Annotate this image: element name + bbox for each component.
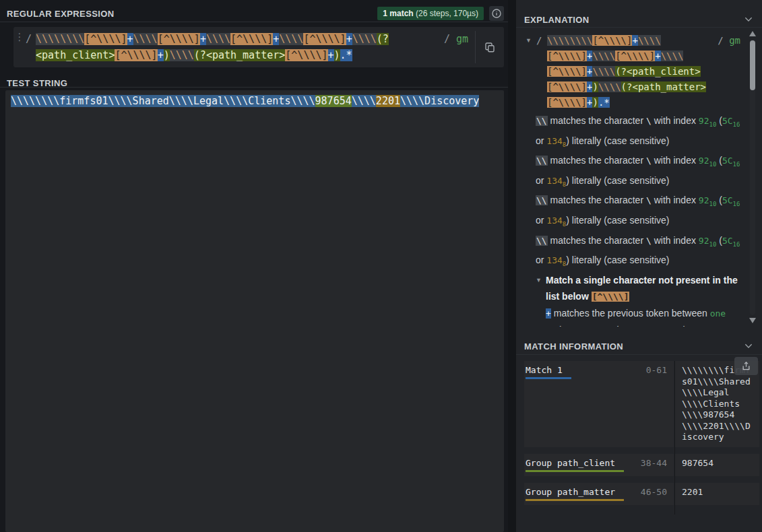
explanation-scrollbar[interactable] [749, 31, 757, 323]
regex-token-cls: [^\\\\] [285, 49, 327, 61]
drag-handle-icon[interactable]: ⋮ [13, 27, 26, 67]
test-string-content[interactable]: \\\\\\\\firmfs01\\\\Shared\\\\Legal\\\\C… [11, 95, 499, 108]
regex-token-quant: + [655, 51, 660, 61]
regex-pattern[interactable]: \\\\\\\\[^\\\\]+\\\\[^\\\\]+\\\\[^\\\\]+… [32, 27, 441, 67]
regex-flags-value: gm [456, 33, 468, 45]
regex-token-esc: \\\\ [170, 49, 194, 61]
orange-token: 1348 [546, 176, 566, 186]
regex-token-line: [^\\\\]+\\\\(?<path_client> [547, 64, 706, 79]
regex-token-group: (? [377, 33, 389, 45]
text-segment: and [546, 325, 564, 327]
chip-gray-token: \\ [536, 116, 548, 126]
regex-token-esc: \\\\ [352, 33, 377, 45]
explanation-item[interactable]: \\ matches the character \ with index 92… [536, 232, 740, 272]
match-count-badge[interactable]: 1 match (26 steps, 170µs) [377, 7, 484, 20]
regex-token-group: ) [592, 97, 598, 108]
tree-collapse-icon[interactable]: ▼ [526, 33, 536, 110]
group-row[interactable]: Group path_client38-44987654 [524, 454, 759, 476]
match-range: 46-50 [641, 487, 667, 497]
right-sidebar: EXPLANATION ▼ / \\\\\\\\[^\\\\]+\\\\[^\\… [516, 0, 762, 532]
explanation-panel: ▼ / \\\\\\\\[^\\\\]+\\\\[^\\\\]+\\\\[^\\… [516, 28, 762, 327]
match-row[interactable]: Match 10-61\\\\\\\\firmfs01\\\\Shared\\\… [524, 361, 759, 447]
match-value-cell: \\\\\\\\firmfs01\\\\Shared\\\\Legal\\\\C… [675, 361, 759, 447]
chip-gray-token: \\ [536, 156, 548, 166]
mono-token: \ [646, 116, 652, 126]
regex-token-line: <path_client>[^\\\\]+)\\\\(?<path_matter… [36, 47, 437, 63]
match-value: 2201 [682, 487, 751, 498]
regex-close-delimiter: / [444, 33, 450, 45]
regex-token-group: (?<path_client> [615, 66, 700, 77]
regex-open-delimiter: / [26, 27, 32, 67]
text-segment: or [536, 135, 546, 146]
regex-token-quant: + [632, 35, 637, 46]
regex-input[interactable]: ⋮ / \\\\\\\\[^\\\\]+\\\\[^\\\\]+\\\\[^\\… [13, 27, 504, 67]
explanation-regex-flags: / gm [718, 33, 740, 48]
green-token: 5C16 [722, 236, 740, 246]
regex-token-group: ) [164, 49, 170, 61]
group-row[interactable]: Group path_matter46-502201 [524, 483, 759, 505]
regex-token-quant: + [273, 33, 279, 45]
regex-token-group: (?<path_matter> [194, 49, 285, 61]
match-label: Group path_client [526, 458, 624, 472]
test-segment-match: \\\\Discovery [400, 95, 479, 107]
regex-token-cls: [^\\\\] [547, 66, 587, 77]
scrollbar-thumb[interactable] [750, 40, 755, 90]
regex-flags[interactable]: / gm [441, 27, 475, 67]
match-label: Group path_matter [526, 487, 624, 501]
green-token: 9210 [699, 236, 717, 246]
text-segment: ( [716, 115, 722, 126]
text-segment: ( [716, 195, 722, 205]
explanation-group-heading[interactable]: ▼Match a single character not present in… [546, 272, 740, 305]
regex-debugger-info-button[interactable] [489, 6, 504, 21]
copy-regex-button[interactable] [482, 40, 497, 55]
chevron-down-icon [743, 341, 754, 352]
tree-collapse-icon[interactable]: ▼ [536, 273, 546, 288]
scrollbar-up-arrow-icon[interactable] [749, 31, 756, 36]
test-segment-match: \\\\\\\\firmfs01\\\\Shared\\\\Legal\\\\C… [11, 95, 315, 107]
divider [0, 22, 508, 22]
regex-token-quant: + [200, 33, 206, 45]
text-segment: with index [652, 115, 699, 126]
explanation-regex-node[interactable]: ▼ / \\\\\\\\[^\\\\]+\\\\[^\\\\]+\\\\[^\\… [526, 33, 740, 110]
regex-token-line: [^\\\\]+)\\\\(?<path_matter> [547, 79, 706, 95]
scrollbar-down-arrow-icon[interactable] [749, 318, 756, 323]
text-segment: ) literally (case sensitive) [566, 135, 669, 146]
regex-token-esc: \\\\ [133, 33, 158, 45]
regex-token-cls: [^\\\\] [547, 81, 587, 92]
regex-token-cls: [^\\\\] [615, 51, 655, 61]
text-segment: matches the character [548, 155, 646, 166]
green-token: unlimited [564, 325, 611, 327]
match-count: 1 match [383, 9, 413, 18]
explanation-regex-pattern: \\\\\\\\[^\\\\]+\\\\[^\\\\]+\\\\[^\\\\]+… [547, 33, 706, 110]
mono-token: \ [646, 156, 652, 166]
green-token: one [710, 308, 726, 319]
regex-token-esc: \\\\ [279, 33, 303, 45]
explanation-item[interactable]: \\ matches the character \ with index 92… [536, 192, 740, 232]
match-value-cell: 2201 [675, 483, 759, 505]
regex-token-esc: \\\\\\\\ [547, 35, 592, 46]
green-token: 5C16 [722, 116, 740, 126]
match-range: 38-44 [641, 458, 667, 468]
match-value: 987654 [682, 458, 751, 469]
regex-token-line: [^\\\\]+).* [547, 95, 706, 110]
regex-section-title: REGULAR EXPRESSION [7, 9, 115, 19]
regex-token-esc: \\\\ [592, 66, 615, 77]
explanation-collapse-button[interactable] [742, 13, 755, 26]
explanation-item-list: \\ matches the character \ with index 92… [526, 110, 740, 327]
explanation-item[interactable]: \\ matches the character \ with index 92… [536, 112, 740, 152]
mono-token: \ [646, 195, 652, 205]
regex-token-line: \\\\\\\\[^\\\\]+\\\\[^\\\\]+\\\\[^\\\\]+… [36, 31, 437, 47]
test-string-editor[interactable]: \\\\\\\\firmfs01\\\\Shared\\\\Legal\\\\C… [5, 90, 504, 532]
explanation-item[interactable]: + matches the previous token between one… [546, 305, 740, 327]
regex-token-quant: .* [598, 97, 610, 108]
text-segment: ( [716, 235, 722, 246]
match-info-table: Match 10-61\\\\\\\\firmfs01\\\\Shared\\\… [524, 361, 759, 516]
regex-token-quant: + [328, 49, 334, 61]
text-segment: matches the previous token between [551, 308, 710, 319]
match-info-collapse-button[interactable] [742, 339, 755, 353]
regex-token-esc: \\\\ [598, 81, 621, 92]
explanation-item[interactable]: \\ matches the character \ with index 92… [536, 152, 740, 192]
regex-token-quant: + [346, 33, 352, 45]
export-matches-button[interactable] [734, 357, 758, 375]
chip-gray-token: \\ [536, 236, 548, 246]
